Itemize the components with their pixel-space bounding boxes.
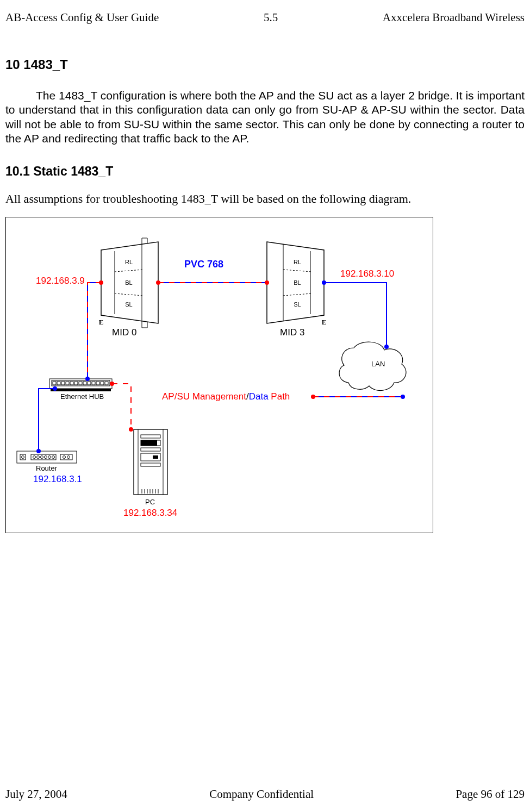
subsection-text: All assumptions for troubleshooting 1483… [5, 192, 525, 206]
mgmt-label-data: Data [249, 391, 269, 402]
svg-point-70 [311, 395, 315, 399]
header-right: Axxcelera Broadband Wireless [383, 11, 525, 24]
mgmt-label-pre: AP/SU Management [162, 391, 246, 402]
intro-paragraph-text: The 1483_T configuration is where both t… [5, 89, 525, 145]
header-center: 5.5 [264, 11, 278, 24]
svg-point-67 [129, 427, 133, 432]
mid3-label: MID 3 [280, 327, 304, 338]
su-layer-bl: BL [294, 279, 301, 286]
pc-label: PC [145, 498, 155, 506]
subsection-heading: 10.1 Static 1483_T [5, 164, 525, 179]
footer-center: Company Confidential [209, 788, 314, 801]
svg-rect-44 [141, 440, 157, 446]
hub-label: Ethernet HUB [60, 392, 104, 401]
footer-right: Page 96 of 129 [456, 788, 525, 801]
su-ip-label: 192.168.3.10 [340, 268, 394, 279]
intro-paragraph: The 1483_T configuration is where both t… [5, 89, 525, 146]
su-layer-rl: RL [294, 259, 301, 265]
pvc-label: PVC 768 [184, 259, 223, 270]
svg-rect-25 [51, 389, 111, 391]
router-ip-label: 192.168.3.1 [33, 474, 82, 485]
svg-point-64 [53, 386, 57, 391]
ap-layer-sl: SL [125, 301, 132, 308]
ap-node: RL BL SL [101, 238, 158, 328]
su-node: RL BL SL [267, 242, 324, 323]
svg-point-59 [265, 280, 269, 285]
su-layer-sl: SL [294, 301, 301, 308]
router-label: Router [36, 464, 57, 472]
mgmt-path-label: AP/SU Management/Data Path [162, 391, 290, 402]
footer-left: July 27, 2004 [5, 788, 67, 801]
svg-point-65 [36, 449, 41, 453]
svg-point-61 [85, 377, 90, 381]
pc-node [134, 429, 167, 495]
svg-point-63 [384, 345, 389, 349]
ap-layer-rl: RL [125, 259, 133, 265]
svg-point-66 [110, 382, 114, 386]
svg-point-62 [322, 280, 326, 285]
ap-ip-label: 192.168.3.9 [36, 276, 85, 286]
mgmt-label-post: Path [269, 391, 290, 402]
mid0-label: MID 0 [112, 327, 136, 338]
ap-layer-bl: BL [125, 279, 132, 286]
svg-point-71 [401, 395, 405, 399]
lan-label: LAN [371, 360, 385, 368]
su-port-e: E [322, 318, 327, 326]
hub-node [49, 379, 112, 391]
page-header: AB-Access Config & User Guide 5.5 Axxcel… [0, 11, 530, 24]
page-footer: July 27, 2004 Company Confidential Page … [0, 788, 530, 801]
pc-ip-label: 192.168.3.34 [123, 508, 177, 519]
ap-port-e: E [99, 318, 104, 326]
router-node [17, 451, 77, 463]
section-heading: 10 1483_T [5, 57, 525, 72]
svg-rect-39 [134, 429, 167, 495]
svg-point-58 [156, 280, 160, 285]
network-diagram: RL BL SL E RL BL SL E [5, 217, 433, 533]
svg-point-60 [99, 280, 103, 285]
header-left: AB-Access Config & User Guide [5, 11, 159, 24]
svg-rect-47 [153, 455, 158, 459]
